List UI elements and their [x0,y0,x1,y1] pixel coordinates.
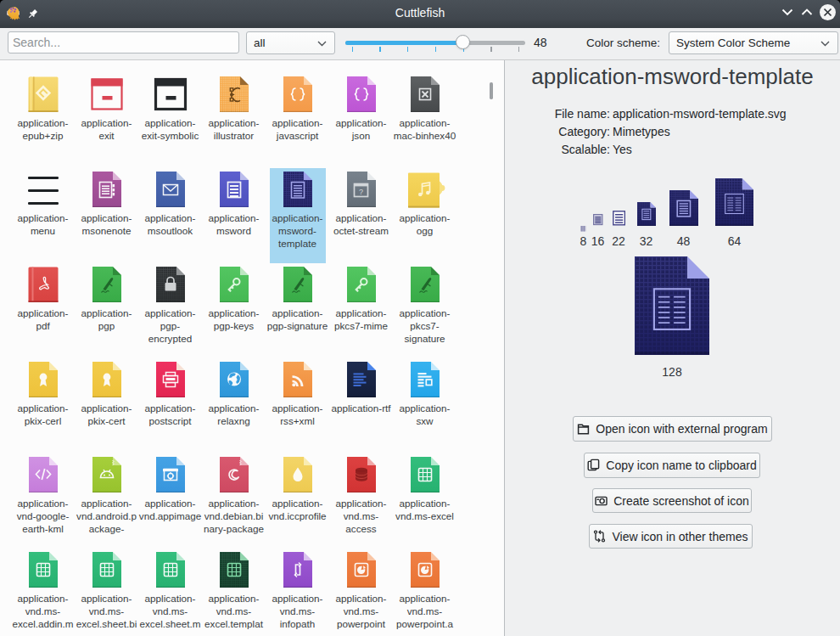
svg-text:?: ? [358,188,362,196]
